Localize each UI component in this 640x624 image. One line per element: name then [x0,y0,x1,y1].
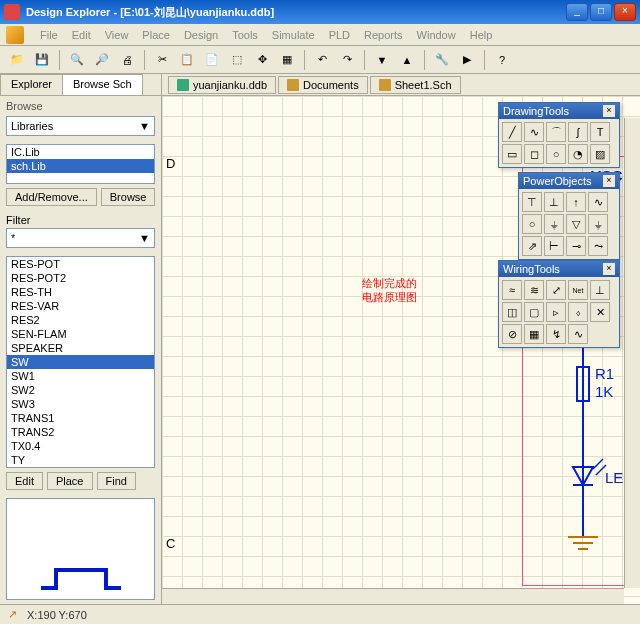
close-icon[interactable]: × [603,105,615,117]
libraries-dropdown[interactable]: Libraries ▼ [6,116,155,136]
no-erc-tool[interactable]: ⊘ [502,324,522,344]
edit-button[interactable]: Edit [6,472,43,490]
sheet-entry-tool[interactable]: ▹ [546,302,566,322]
hierarchy-up-icon[interactable]: ▲ [396,49,418,71]
save-icon[interactable]: 💾 [31,49,53,71]
power-port-tool[interactable]: ⊥ [590,280,610,300]
power-arrow-tool[interactable]: ⇗ [522,236,542,256]
component-item[interactable]: RES-POT [7,257,154,271]
cut-icon[interactable]: ✂ [151,49,173,71]
wire-tool[interactable]: ≈ [502,280,522,300]
place-button[interactable]: Place [47,472,93,490]
wiring-tools-panel[interactable]: WiringTools× ≈ ≋ ⤢ Net ⊥ ◫ ▢ ▹ ⬨ ✕ ⊘ ▦ ↯… [498,260,620,348]
run-icon[interactable]: ▶ [456,49,478,71]
earth-tool[interactable]: ⏚ [588,214,608,234]
text-tool[interactable]: T [590,122,610,142]
undo-icon[interactable]: ↶ [311,49,333,71]
menu-design[interactable]: Design [178,27,224,43]
arc-tool[interactable]: ⌒ [546,122,566,142]
filter-input[interactable]: * ▼ [6,228,155,248]
stimulus-tool[interactable]: ∿ [568,324,588,344]
tab-explorer[interactable]: Explorer [0,74,63,95]
power-circle-tool[interactable]: ⊸ [566,236,586,256]
schematic-canvas[interactable]: D C [162,96,640,604]
doc-tab-ddb[interactable]: yuanjianku.ddb [168,76,276,94]
drawing-tools-panel[interactable]: DrawingTools× ╱ ∿ ⌒ ∫ T ▭ ◻ ○ ◔ ▨ [498,102,620,168]
wave-tool[interactable]: ∿ [588,192,608,212]
find-button[interactable]: Find [97,472,136,490]
browse-button[interactable]: Browse [101,188,156,206]
probe-tool[interactable]: ↯ [546,324,566,344]
component-item[interactable]: TRANS2 [7,425,154,439]
part-tool[interactable]: ◫ [502,302,522,322]
component-item[interactable]: RES2 [7,313,154,327]
close-icon[interactable]: × [603,175,615,187]
polyline-tool[interactable]: ∿ [524,122,544,142]
menu-reports[interactable]: Reports [358,27,409,43]
component-item[interactable]: SW2 [7,383,154,397]
minimize-button[interactable]: _ [566,3,588,21]
vcc-tool[interactable]: ⊤ [522,192,542,212]
component-item[interactable]: RES-TH [7,285,154,299]
paste-icon[interactable]: 📄 [201,49,223,71]
menu-pld[interactable]: PLD [323,27,356,43]
power-objects-panel[interactable]: PowerObjects× ⊤ ⊥ ↑ ∿ ○ ⏚ ▽ ⏚ ⇗ ⊢ ⊸ ⤳ [518,172,620,260]
circle-tool[interactable]: ○ [522,214,542,234]
grid-icon[interactable]: ▦ [276,49,298,71]
pie-tool[interactable]: ◔ [568,144,588,164]
move-icon[interactable]: ✥ [251,49,273,71]
doc-tab-sheet[interactable]: Sheet1.Sch [370,76,461,94]
copy-icon[interactable]: 📋 [176,49,198,71]
bezier-tool[interactable]: ∫ [568,122,588,142]
help-icon[interactable]: ? [491,49,513,71]
open-icon[interactable]: 📁 [6,49,28,71]
zoom-out-icon[interactable]: 🔎 [91,49,113,71]
bus-tool[interactable]: ≋ [524,280,544,300]
bar-tool[interactable]: ⊥ [544,192,564,212]
ellipse-tool[interactable]: ○ [546,144,566,164]
component-item[interactable]: RES-VAR [7,299,154,313]
image-tool[interactable]: ▨ [590,144,610,164]
tool-icon[interactable]: 🔧 [431,49,453,71]
component-item[interactable]: SW1 [7,369,154,383]
junction-tool[interactable]: ✕ [590,302,610,322]
component-item[interactable]: TY [7,453,154,467]
component-item[interactable]: RES-POT2 [7,271,154,285]
component-item[interactable]: SPEAKER [7,341,154,355]
power-bar-tool[interactable]: ⊢ [544,236,564,256]
print-icon[interactable]: 🖨 [116,49,138,71]
component-item[interactable]: TRANS1 [7,411,154,425]
vertical-scrollbar[interactable] [624,118,640,588]
power-wave-tool[interactable]: ⤳ [588,236,608,256]
gnd-tool[interactable]: ⏚ [544,214,564,234]
menu-place[interactable]: Place [136,27,176,43]
arrow-tool[interactable]: ↑ [566,192,586,212]
roundrect-tool[interactable]: ◻ [524,144,544,164]
component-item[interactable]: SW3 [7,397,154,411]
library-item[interactable]: IC.Lib [7,145,154,159]
menu-file[interactable]: File [34,27,64,43]
select-icon[interactable]: ⬚ [226,49,248,71]
library-item[interactable]: sch.Lib [7,159,154,173]
zoom-in-icon[interactable]: 🔍 [66,49,88,71]
library-list[interactable]: IC.Libsch.Lib [6,144,155,184]
hierarchy-down-icon[interactable]: ▼ [371,49,393,71]
signal-gnd-tool[interactable]: ▽ [566,214,586,234]
netlabel-tool[interactable]: Net [568,280,588,300]
horizontal-scrollbar[interactable] [162,588,624,604]
menu-tools[interactable]: Tools [226,27,264,43]
tab-browse-sch[interactable]: Browse Sch [62,74,143,95]
component-item[interactable]: TX0.4 [7,439,154,453]
bus-entry-tool[interactable]: ⤢ [546,280,566,300]
menu-simulate[interactable]: Simulate [266,27,321,43]
rect-tool[interactable]: ▭ [502,144,522,164]
close-icon[interactable]: × [603,263,615,275]
redo-icon[interactable]: ↷ [336,49,358,71]
menu-window[interactable]: Window [411,27,462,43]
pcb-layout-tool[interactable]: ▦ [524,324,544,344]
menu-view[interactable]: View [99,27,135,43]
port-tool[interactable]: ⬨ [568,302,588,322]
doc-tab-documents[interactable]: Documents [278,76,368,94]
menu-edit[interactable]: Edit [66,27,97,43]
add-remove-button[interactable]: Add/Remove... [6,188,97,206]
